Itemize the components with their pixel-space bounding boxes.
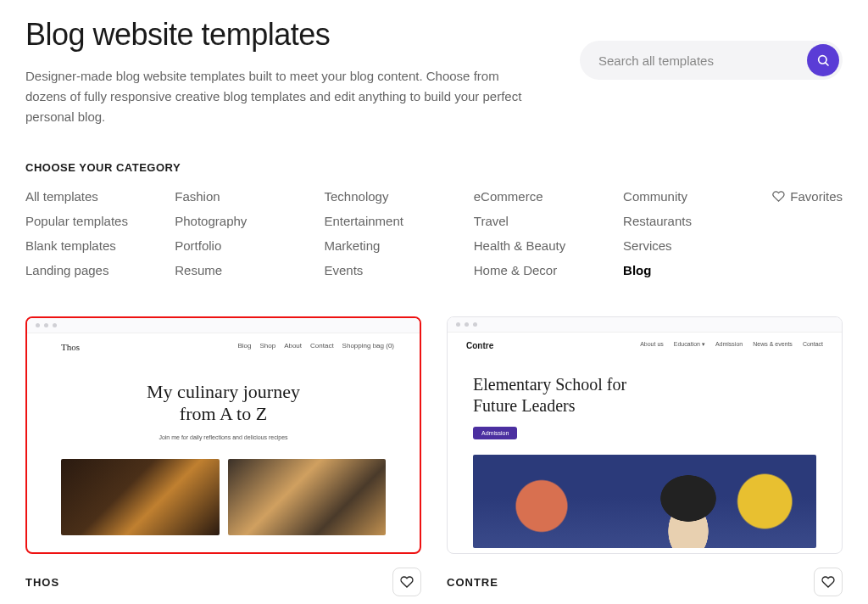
search-button[interactable] (807, 44, 839, 76)
template-name: THOS (25, 576, 59, 589)
preview-hero-title: Elementary School for Future Leaders (473, 374, 816, 417)
category-link[interactable]: Marketing (325, 238, 465, 253)
category-link[interactable]: eCommerce (474, 189, 615, 204)
category-link-active[interactable]: Blog (623, 263, 764, 277)
browser-chrome (448, 317, 842, 333)
template-card-contre[interactable]: Contre About us Education ▾ Admission Ne… (447, 316, 843, 596)
favorite-button[interactable] (814, 568, 843, 596)
template-preview[interactable]: Thos Blog Shop About Contact Shopping ba… (25, 316, 421, 554)
preview-hero-title: My culinary journey from A to Z (44, 381, 403, 426)
category-link[interactable]: Restaurants (623, 214, 764, 228)
preview-nav: About us Education ▾ Admission News & ev… (640, 341, 823, 350)
category-link[interactable]: Fashion (175, 189, 315, 204)
page-title: Blog website templates (25, 17, 542, 53)
svg-line-1 (826, 63, 828, 65)
preview-image (228, 459, 387, 535)
category-link[interactable]: Services (623, 238, 764, 253)
category-link[interactable]: Portfolio (175, 238, 315, 253)
category-link[interactable]: Entertainment (325, 214, 465, 228)
category-link[interactable]: Home & Decor (474, 263, 615, 277)
favorite-button[interactable] (392, 568, 421, 596)
category-link[interactable]: Popular templates (25, 214, 166, 228)
preview-brand: Thos (61, 342, 80, 352)
preview-image (61, 459, 220, 535)
heart-icon (772, 190, 785, 203)
preview-nav: Blog Shop About Contact Shopping bag (0) (237, 342, 394, 352)
heart-icon (400, 575, 414, 589)
template-name: CONTRE (447, 576, 498, 589)
preview-image (473, 455, 816, 548)
preview-brand: Contre (466, 341, 493, 350)
category-link[interactable]: Photography (175, 214, 315, 228)
favorites-label: Favorites (790, 189, 843, 204)
category-link[interactable]: Resume (175, 263, 315, 277)
category-link[interactable]: Technology (325, 189, 465, 204)
category-link[interactable]: All templates (25, 189, 166, 204)
page-subtitle: Designer-made blog website templates bui… (25, 66, 542, 127)
category-link[interactable]: Community (623, 189, 764, 204)
heart-icon (821, 575, 835, 589)
category-section-label: CHOOSE YOUR CATEGORY (25, 161, 843, 174)
preview-tagline: Join me for daily reflections and delici… (44, 434, 403, 440)
category-link[interactable]: Events (325, 263, 465, 277)
category-link[interactable]: Blank templates (25, 238, 166, 253)
category-link[interactable]: Health & Beauty (474, 238, 615, 253)
category-link[interactable]: Travel (474, 214, 615, 228)
template-card-thos[interactable]: Thos Blog Shop About Contact Shopping ba… (25, 316, 421, 596)
category-grid: All templates Popular templates Blank te… (25, 189, 843, 277)
template-preview[interactable]: Contre About us Education ▾ Admission Ne… (447, 316, 843, 554)
preview-cta-button: Admission (473, 427, 517, 439)
category-link[interactable]: Landing pages (25, 263, 166, 277)
search-icon (816, 53, 830, 67)
favorites-link[interactable]: Favorites (772, 189, 843, 204)
search-input[interactable] (598, 53, 807, 68)
browser-chrome (27, 318, 420, 333)
search-bar[interactable] (580, 41, 843, 80)
